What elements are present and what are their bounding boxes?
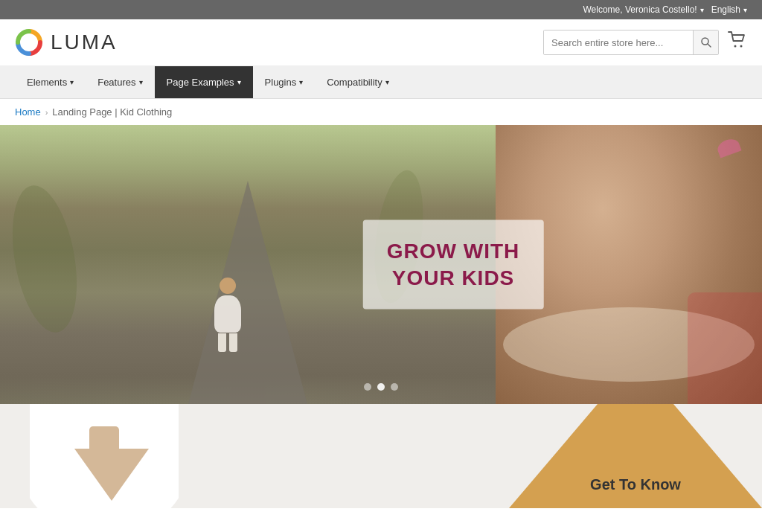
hero-tagline: GROW WITH YOUR KIDS	[387, 237, 520, 292]
slider-dot-1[interactable]	[364, 383, 371, 391]
cart-button[interactable]	[728, 31, 747, 54]
get-to-know-text: Get To Know	[590, 476, 681, 493]
logo[interactable]: LUMA	[15, 28, 118, 57]
slider-dot-2[interactable]	[377, 383, 385, 391]
hero-banner: GROW WITH YOUR KIDS	[0, 125, 762, 404]
nav-item-page-examples[interactable]: Page Examples ▾	[155, 66, 253, 98]
slider-dot-3[interactable]	[391, 383, 398, 391]
dress-showcase[interactable]	[30, 404, 179, 508]
search-button[interactable]	[693, 30, 718, 55]
top-bar: Welcome, Veronica Costello! ▾ English ▾	[0, 0, 762, 19]
dress-circle	[30, 404, 179, 508]
breadcrumb: Home › Landing Page | Kid Clothing	[0, 99, 762, 125]
nav-item-features[interactable]: Features ▾	[86, 66, 154, 98]
svg-point-3	[734, 45, 737, 48]
logo-text: LUMA	[51, 31, 118, 54]
nav-label-elements: Elements	[27, 77, 67, 88]
main-nav: Elements ▾ Features ▾ Page Examples ▾ Pl…	[0, 66, 762, 99]
header: LUMA	[0, 19, 762, 66]
search-box[interactable]	[543, 30, 719, 55]
nav-item-elements[interactable]: Elements ▾	[15, 66, 86, 98]
search-input[interactable]	[544, 31, 693, 54]
nav-chevron-features: ▾	[139, 78, 143, 86]
hero-text-overlay: GROW WITH YOUR KIDS	[363, 219, 544, 310]
nav-item-compatibility[interactable]: Compatibility ▾	[315, 66, 400, 98]
dress-shape	[74, 426, 134, 501]
nav-item-plugins[interactable]: Plugins ▾	[253, 66, 316, 98]
welcome-message[interactable]: Welcome, Veronica Costello! ▾	[583, 4, 703, 15]
breadcrumb-home[interactable]: Home	[15, 106, 41, 118]
luma-logo-icon	[15, 28, 43, 57]
below-hero-section: Get To Know	[0, 404, 762, 508]
slider-dots	[364, 383, 398, 391]
nav-chevron-plugins: ▾	[299, 78, 303, 86]
nav-chevron-page-examples: ▾	[237, 78, 241, 86]
search-icon	[700, 36, 712, 48]
nav-label-page-examples: Page Examples	[167, 77, 234, 88]
header-right	[543, 30, 747, 55]
nav-label-compatibility: Compatibility	[327, 77, 382, 88]
nav-chevron-elements: ▾	[70, 78, 74, 86]
welcome-text: Welcome, Veronica Costello!	[583, 4, 697, 15]
nav-chevron-compatibility: ▾	[385, 78, 389, 86]
language-chevron[interactable]: ▾	[743, 6, 747, 14]
language-selector[interactable]: English ▾	[711, 4, 747, 15]
dress-skirt	[74, 449, 149, 501]
svg-line-2	[708, 44, 711, 47]
cart-icon	[728, 31, 747, 49]
get-to-know-section[interactable]: Get To Know	[509, 411, 762, 508]
breadcrumb-current: Landing Page | Kid Clothing	[52, 106, 172, 118]
nav-label-plugins: Plugins	[265, 77, 297, 88]
language-label: English	[711, 4, 740, 15]
get-to-know-label: Get To Know	[590, 476, 681, 493]
dress-top	[89, 426, 119, 449]
welcome-chevron[interactable]: ▾	[700, 6, 704, 14]
svg-point-4	[740, 45, 743, 48]
breadcrumb-separator: ›	[45, 108, 48, 117]
nav-label-features: Features	[97, 77, 135, 88]
